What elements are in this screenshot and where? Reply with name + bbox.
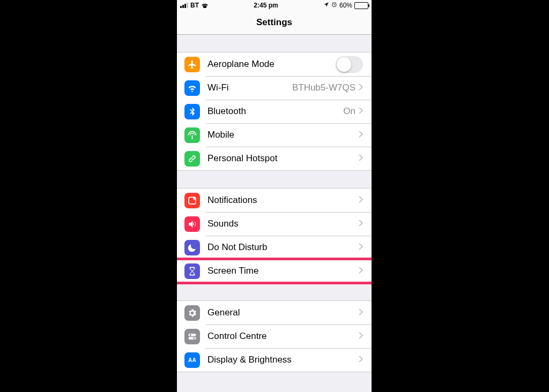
- clock-label: 2:45 pm: [254, 2, 278, 9]
- status-bar: BT 2:45 pm 60%: [177, 0, 372, 11]
- settings-row-wi-fi[interactable]: Wi-FiBTHub5-W7QS: [177, 76, 372, 100]
- row-detail: On: [343, 106, 355, 117]
- battery-label: 60%: [339, 2, 352, 9]
- carrier-label: BT: [190, 2, 199, 9]
- row-label: Screen Time: [207, 266, 359, 276]
- chevron-right-icon: [359, 130, 363, 140]
- chevron-right-icon: [359, 243, 363, 252]
- row-label: Do Not Disturb: [207, 242, 359, 253]
- chevron-right-icon: [359, 195, 363, 205]
- row-label: Bluetooth: [207, 106, 343, 117]
- settings-row-notifications[interactable]: Notifications: [177, 189, 372, 212]
- device-frame: BT 2:45 pm 60% Settings Aeroplan: [177, 0, 372, 392]
- settings-row-display-brightness[interactable]: Display & Brightness: [177, 348, 372, 372]
- settings-row-control-centre[interactable]: Control Centre: [177, 325, 372, 348]
- row-label: General: [207, 307, 359, 318]
- settings-group: NotificationsSoundsDo Not DisturbScreen …: [177, 188, 372, 283]
- chevron-right-icon: [359, 219, 363, 229]
- hourglass-icon: [184, 263, 200, 279]
- bluetooth-icon: [184, 104, 200, 119]
- toggle-switch[interactable]: [336, 56, 363, 73]
- settings-row-mobile[interactable]: Mobile: [177, 123, 372, 147]
- row-label: Notifications: [207, 195, 359, 206]
- settings-row-personal-hotspot[interactable]: Personal Hotspot: [177, 147, 372, 170]
- moon-icon: [184, 240, 200, 255]
- chevron-right-icon: [359, 331, 363, 341]
- row-label: Wi-Fi: [207, 82, 292, 93]
- gear-icon: [184, 305, 200, 321]
- settings-group: GeneralControl CentreDisplay & Brightnes…: [177, 300, 372, 372]
- cell-signal-icon: [180, 3, 188, 8]
- row-label: Personal Hotspot: [207, 153, 359, 164]
- settings-row-general[interactable]: General: [177, 301, 372, 325]
- row-label: Sounds: [207, 218, 359, 229]
- settings-group: Aeroplane ModeWi-FiBTHub5-W7QSBluetoothO…: [177, 52, 372, 171]
- chevron-right-icon: [359, 107, 363, 116]
- wifi-icon: [184, 80, 200, 96]
- location-icon: [323, 2, 329, 9]
- row-detail: BTHub5-W7QS: [292, 82, 355, 93]
- settings-row-bluetooth[interactable]: BluetoothOn: [177, 100, 372, 123]
- link-icon: [184, 151, 200, 167]
- page-title-text: Settings: [256, 17, 292, 28]
- settings-row-sounds[interactable]: Sounds: [177, 212, 372, 236]
- airplane-icon: [184, 57, 200, 72]
- chevron-right-icon: [359, 266, 363, 276]
- speaker-icon: [184, 216, 200, 232]
- row-label: Control Centre: [207, 331, 359, 342]
- battery-icon: [354, 2, 368, 9]
- settings-list[interactable]: Aeroplane ModeWi-FiBTHub5-W7QSBluetoothO…: [177, 52, 372, 372]
- chevron-right-icon: [359, 308, 363, 318]
- row-label: Aeroplane Mode: [207, 59, 336, 70]
- chevron-right-icon: [359, 355, 363, 365]
- page-title: Settings: [177, 11, 372, 35]
- settings-row-do-not-disturb[interactable]: Do Not Disturb: [177, 236, 372, 259]
- settings-row-screen-time[interactable]: Screen Time: [177, 259, 372, 283]
- alarm-icon: [331, 2, 337, 9]
- chevron-right-icon: [359, 83, 363, 93]
- chevron-right-icon: [359, 154, 363, 163]
- notification-icon: [184, 193, 200, 208]
- settings-row-aeroplane-mode[interactable]: Aeroplane Mode: [177, 52, 372, 76]
- row-label: Mobile: [207, 130, 359, 140]
- wifi-status-icon: [201, 3, 209, 8]
- switches-icon: [184, 329, 200, 344]
- row-label: Display & Brightness: [207, 355, 359, 365]
- antenna-icon: [184, 127, 200, 143]
- aa-icon: [184, 352, 200, 368]
